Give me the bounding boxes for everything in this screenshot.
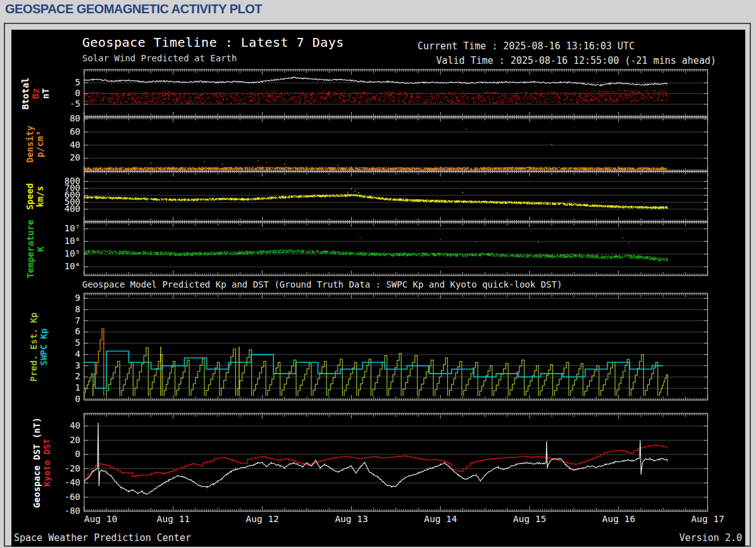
density-axis-label-line: p/cm³ [35, 131, 45, 157]
temperature-tick-label: 10⁴ [45, 261, 80, 271]
speed-panel-border [84, 171, 708, 222]
kp-tick-label: 2 [45, 371, 80, 381]
x-axis-label: Aug 15 [513, 514, 546, 524]
density-tick-label: 80 [45, 113, 80, 123]
density-series-Density [85, 129, 667, 171]
kp-tick-label: 6 [45, 326, 80, 336]
dst-axis-label-line: Geospace DST (nT) [31, 417, 41, 508]
plot-subtitle: Solar Wind Predicted at Earth [82, 53, 237, 63]
temperature-series-Temperature [84, 237, 667, 261]
bfield-axis-label-line: nT [40, 88, 50, 99]
dst-axis-label-line: Kyoto DST [41, 439, 51, 487]
temperature-tick-label: 10⁵ [45, 248, 80, 259]
temperature-panel-border [84, 222, 708, 276]
kp-tick-label: 9 [45, 293, 80, 303]
footer-version: Version 2.0 [679, 532, 742, 544]
valid-time: Valid Time : 2025-08-16 12:55:00 (-21 mi… [436, 55, 716, 66]
speed-gridlines [84, 181, 708, 209]
bfield-series-Bz [85, 89, 667, 105]
density-ticks [84, 117, 708, 171]
section-title: Geospace Model Predicted Kp and DST (Gro… [82, 279, 562, 289]
x-axis-label: Aug 13 [335, 514, 368, 524]
speed-axis-label-line: Speed [25, 183, 35, 210]
speed-ticks [84, 171, 708, 222]
temperature-tick-label: 10⁶ [45, 236, 80, 246]
density-tick-label: 40 [45, 140, 80, 150]
kp-tick-label: 1 [45, 382, 80, 393]
bfield-axis-label: BtotalBznT [20, 70, 50, 117]
dst-series-Geospace-DST [84, 423, 667, 494]
density-tick-label: 60 [45, 126, 80, 137]
kp-tick-label: 0 [45, 394, 80, 404]
bfield-axis-label-line: Bz [30, 88, 40, 99]
density-axis-label: Densityp/cm³ [25, 117, 45, 171]
temperature-ticks [84, 222, 708, 276]
density-tick-label: 20 [45, 152, 80, 162]
x-axis-label: Aug 14 [424, 514, 457, 524]
speed-axis-label-line: km/s [35, 186, 45, 207]
temperature-axis-label-line: Temperature [25, 219, 35, 278]
bfield-series-Btotal [84, 77, 667, 86]
footer-credit: Space Weather Prediction Center [14, 532, 191, 544]
temperature-axis-label-line: K [35, 246, 45, 251]
speed-tick-label: 400 [45, 204, 80, 214]
x-axis-label: Aug 10 [84, 514, 117, 524]
kp-axis-label-line: SWPC Kp [38, 328, 48, 365]
kp-tick-label: 8 [45, 304, 80, 314]
temperature-axis-label: TemperatureK [25, 222, 45, 276]
temperature-tick-label: 10⁷ [45, 223, 80, 233]
x-axis-label: Aug 17 [691, 514, 724, 524]
speed-series-Speed [84, 188, 667, 209]
density-gridlines [84, 119, 708, 158]
plot-title: Geospace Timeline : Latest 7 Days [82, 35, 344, 50]
kp-axis-label-line: Pred. Est. Kp [28, 312, 38, 382]
kp-tick-label: 7 [45, 315, 80, 326]
current-time: Current Time : 2025-08-16 13:16:03 UTC [418, 40, 635, 52]
kp-axis-label: Pred. Est. KpSWPC Kp [28, 293, 48, 400]
bfield-axis-label-line: Btotal [20, 77, 30, 109]
kp-tick-label: 5 [45, 338, 80, 348]
kp-series-pred-kp [84, 348, 667, 396]
x-axis-label: Aug 12 [246, 514, 279, 524]
x-axis-label: Aug 16 [602, 514, 635, 524]
density-panel-border [84, 117, 708, 171]
page-title: GEOSPACE GEOMAGNETIC ACTIVITY PLOT [5, 2, 262, 16]
temperature-gridlines [84, 229, 708, 267]
plot-area: Geospace Timeline : Latest 7 Days Curren… [11, 30, 745, 547]
kp-tick-label: 3 [45, 360, 80, 370]
kp-tick-label: 4 [45, 349, 80, 359]
dst-series-Kyoto-DST [84, 445, 667, 478]
kp-series-SWPC-Kp [84, 351, 663, 389]
dst-axis-label: Geospace DST (nT)Kyoto DST [31, 413, 51, 511]
speed-axis-label: Speedkm/s [25, 171, 45, 222]
kp-gridlines [84, 298, 708, 388]
x-axis-label: Aug 11 [157, 514, 190, 524]
density-axis-label-line: Density [25, 126, 35, 163]
